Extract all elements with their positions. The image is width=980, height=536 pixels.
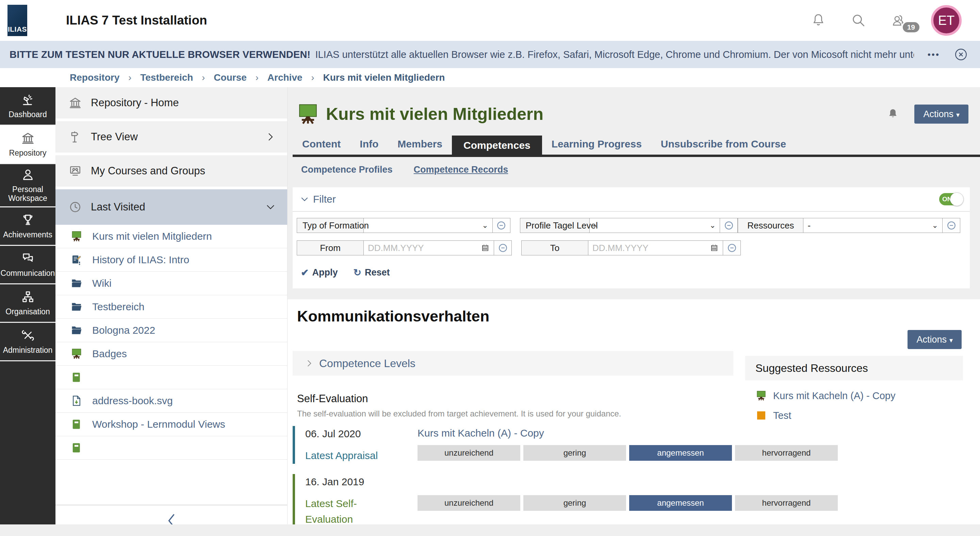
competence-levels-accordion[interactable]: Competence Levels [293,351,733,376]
main-content: Kurs mit vielen Mitgliedern Actions▾ Con… [288,87,980,536]
remove-filter-button[interactable] [720,218,737,233]
tab-members[interactable]: Members [398,138,442,155]
list-item-label: Testbereich [92,301,144,313]
course-actions-button[interactable]: Actions▾ [914,105,969,124]
remove-filter-button[interactable] [723,241,740,255]
rail-item-dashboard[interactable]: Dashboard [0,87,56,126]
rail-item-communication[interactable]: Communication [0,246,56,284]
date-input[interactable]: DD.MM.YYYY [364,241,494,255]
calendar-icon [481,244,490,252]
suggested-resources-list: Kurs mit Kacheln (A) - CopyTest [745,380,963,433]
tab-info[interactable]: Info [360,138,379,155]
more-icon[interactable]: ••• [928,49,940,60]
search-icon[interactable] [851,13,866,28]
list-item-label: Badges [92,348,127,360]
page-title: Kurs mit vielen Mitgliedern [326,104,886,124]
sidebar-item-tree-view[interactable]: Tree View [56,121,287,153]
rating-segment-gering: gering [523,445,626,461]
appraisal-link-latest-appraisal[interactable]: Latest Appraisal [305,448,390,464]
rating-segment-hervorragend: hervorragend [735,495,838,511]
remove-filter-button[interactable] [494,241,511,255]
notification-bell-icon[interactable] [886,108,899,121]
top-icons: 19 ET [811,0,962,41]
close-icon[interactable] [953,47,969,62]
list-item-badges[interactable]: Badges [56,342,287,366]
list-item-bologna-2022[interactable]: Bologna 2022 [56,319,287,342]
tab-competences[interactable]: Competences [452,136,542,155]
tab-content[interactable]: Content [302,138,340,155]
resource-link-kurs-mit-kacheln-a-copy[interactable]: Kurs mit Kacheln (A) - Copy [417,428,544,439]
list-item-address-book-svg[interactable]: address-book.svg [56,389,287,413]
date-placeholder: DD.MM.YYYY [368,243,424,254]
avatar-initials: ET [938,13,955,28]
breadcrumb-link-archive[interactable]: Archive [267,72,302,83]
filter-title[interactable]: Filter [313,193,939,205]
appraisal-entries: 06. Jul 2020Latest AppraisalKurs mit Kac… [293,426,980,528]
subtab-competence-records[interactable]: Competence Records [414,164,508,175]
tab-unsubscribe-from-course[interactable]: Unsubscribe from Course [661,138,786,155]
rail-item-repository[interactable]: Repository [0,126,56,164]
appraisal-entry-meta: 16. Jan 2019Latest Self-Evaluation [305,474,417,528]
nav-panel: Repository - HomeTree ViewMy Courses and… [56,87,288,536]
chevron-right-icon: › [256,73,259,83]
reset-button[interactable]: ↻ Reset [353,267,390,278]
filter-field-select[interactable]: -⌄ [803,218,942,233]
suggested-resource-kurs-mit-kacheln-a-copy[interactable]: Kurs mit Kacheln (A) - Copy [756,390,963,402]
person-icon [21,168,35,182]
breadcrumb-link-course[interactable]: Course [214,72,247,83]
ilias-logo[interactable]: ILIAS [8,5,27,36]
appraisal-link-latest-self-evaluation[interactable]: Latest Self-Evaluation [305,496,390,528]
avatar[interactable]: ET [931,5,962,36]
folder-icon [70,301,83,313]
course-tabs: ContentInfoMembersCompetencesLearning Pr… [293,136,980,157]
subtab-competence-profiles[interactable]: Competence Profiles [301,164,393,175]
remove-filter-button[interactable] [942,218,960,233]
rail-item-administration[interactable]: Administration [0,323,56,361]
rail-item-label: Achievements [3,230,52,239]
chevron-right-icon: › [128,73,131,83]
filter-date-from: FromDD.MM.YYYY [297,241,512,255]
folder-icon [70,324,83,337]
chat-icon [21,251,35,266]
list-item-item[interactable] [56,436,287,460]
list-item-workshop-lernmodul-views[interactable]: Workshop - Lernmodul Views [56,413,287,436]
filter-toggle[interactable]: ON [939,193,962,205]
list-item-label: Bologna 2022 [92,324,155,336]
rail-item-personal-workspace[interactable]: Personal Workspace [0,164,56,207]
competence-actions-button[interactable]: Actions▾ [907,330,962,349]
rail-item-label: Dashboard [8,110,47,119]
suggested-resource-label: Test [773,410,791,421]
tab-learning-progress[interactable]: Learning Progress [552,138,642,155]
list-item-testbereich[interactable]: Testbereich [56,295,287,319]
appraisal-date: 06. Jul 2020 [305,428,417,440]
list-item-item[interactable] [56,366,287,389]
list-item-label: Workshop - Lernmodul Views [92,418,225,430]
book-icon [70,418,83,431]
date-input[interactable]: DD.MM.YYYY [588,241,723,255]
apply-button[interactable]: ✔ Apply [301,267,337,278]
signpost-icon [68,130,82,144]
course-icon [296,102,320,126]
filter-field-select[interactable]: -⌄ [590,218,720,233]
suggested-resource-test[interactable]: Test [756,410,963,421]
rail-item-organisation[interactable]: Organisation [0,284,56,323]
list-item-wiki[interactable]: Wiki [56,272,287,295]
suggested-resources-header: Suggested Ressources [745,356,963,380]
users-icon[interactable]: 19 [891,13,907,28]
bank-icon [21,131,35,145]
rail-item-achievements[interactable]: Achievements [0,207,56,246]
sidebar-item-last-visited[interactable]: Last Visited [56,189,287,225]
breadcrumb-link-repository[interactable]: Repository [70,72,119,83]
sidebar-item-repository-home[interactable]: Repository - Home [56,87,287,118]
breadcrumb-link-testbereich[interactable]: Testbereich [140,72,193,83]
remove-filter-button[interactable] [492,218,510,233]
bell-icon[interactable] [811,13,826,28]
list-item-history-of-ilias-intro[interactable]: History of ILIAS: Intro [56,248,287,272]
rating-segment-unzureichend: unzureichend [417,445,520,461]
sidebar-item-label: Last Visited [91,201,256,213]
filter-field-select[interactable]: ⌄ [364,218,492,233]
list-item-kurs-mit-vielen-mitgliedern[interactable]: Kurs mit vielen Mitgliedern [56,225,287,248]
caret-down-icon: ▾ [950,337,953,344]
sidebar-item-my-courses-and-groups[interactable]: My Courses and Groups [56,155,287,187]
orgchart-icon [21,290,35,304]
